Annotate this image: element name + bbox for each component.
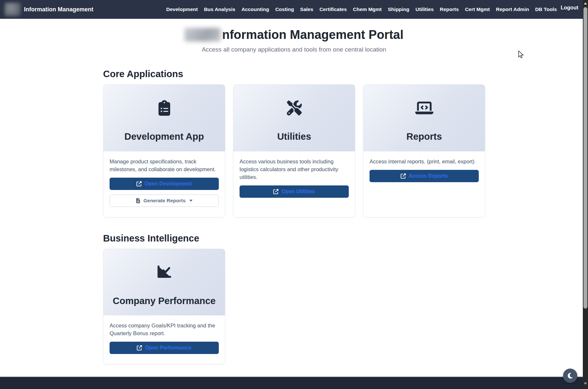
card-utilities: Utilities Access various business tools … xyxy=(233,84,355,218)
nav-item-utilities[interactable]: Utilities xyxy=(416,6,434,12)
nav-item-sales[interactable]: Sales xyxy=(300,6,313,12)
card-development-description: Manage product specifications, track mil… xyxy=(110,158,219,173)
scrollbar-thumb[interactable] xyxy=(583,7,587,309)
access-reports-label: Access Reports xyxy=(409,173,448,179)
nav-item-chem-mgmt[interactable]: Chem Mgmt xyxy=(353,6,382,12)
navbar-links: Development Bus Analysis Accounting Cost… xyxy=(166,6,557,12)
nav-item-certificates[interactable]: Certificates xyxy=(319,6,347,12)
card-reports-header: Reports xyxy=(363,85,485,151)
browser-scrollbar[interactable] xyxy=(583,0,588,389)
nav-item-development[interactable]: Development xyxy=(166,6,198,12)
card-performance-description: Access company Goals/KPI tracking and th… xyxy=(110,322,219,337)
card-utilities-body: Access various business tools including … xyxy=(233,151,355,204)
open-performance-button[interactable]: Open Performance xyxy=(110,342,219,354)
dark-mode-toggle-button[interactable] xyxy=(563,369,577,383)
open-development-button[interactable]: Open Development xyxy=(110,178,219,190)
nav-item-report-admin[interactable]: Report Admin xyxy=(496,6,529,12)
nav-item-db-tools[interactable]: DB Tools xyxy=(535,6,557,12)
card-utilities-description: Access various business tools including … xyxy=(240,158,349,181)
page-footer xyxy=(0,377,588,389)
generate-reports-dropdown-button[interactable]: Generate Reports xyxy=(110,194,219,207)
chart-line-icon xyxy=(157,265,172,280)
open-utilities-label: Open Utilities xyxy=(281,189,315,194)
nav-item-accounting[interactable]: Accounting xyxy=(241,6,269,12)
card-utilities-title: Utilities xyxy=(277,131,311,142)
clipboard-list-icon xyxy=(158,100,171,116)
card-reports: Reports Access internal reports. (print,… xyxy=(363,84,485,218)
card-development-title: Development App xyxy=(124,131,204,142)
nav-item-costing[interactable]: Costing xyxy=(275,6,294,12)
page-subtitle: Access all company applications and tool… xyxy=(0,46,588,53)
external-link-icon xyxy=(401,173,406,179)
external-link-icon xyxy=(273,189,278,194)
external-link-icon xyxy=(136,181,142,186)
top-navbar: Information Management Development Bus A… xyxy=(0,0,588,19)
card-reports-title: Reports xyxy=(406,131,442,142)
card-utilities-header: Utilities xyxy=(233,85,355,151)
nav-item-shipping[interactable]: Shipping xyxy=(388,6,409,12)
card-development-header: Development App xyxy=(103,85,225,151)
card-development-body: Manage product specifications, track mil… xyxy=(103,151,225,213)
screwdriver-wrench-icon xyxy=(287,100,302,116)
navbar-brand[interactable]: Information Management xyxy=(24,6,93,13)
card-company-performance: Company Performance Access company Goals… xyxy=(103,249,225,364)
scrollbar-down-arrow-icon[interactable] xyxy=(584,383,587,385)
core-applications-row: Development App Manage product specifica… xyxy=(103,84,485,218)
laptop-code-icon xyxy=(415,100,433,116)
external-link-icon xyxy=(137,345,142,350)
access-reports-button[interactable]: Access Reports xyxy=(370,170,479,182)
moon-icon xyxy=(567,372,573,379)
nav-item-bus-analysis[interactable]: Bus Analysis xyxy=(204,6,235,12)
file-icon xyxy=(136,198,140,203)
card-performance-header: Company Performance xyxy=(103,249,225,315)
open-utilities-button[interactable]: Open Utilities xyxy=(240,185,349,198)
logout-link[interactable]: Logout xyxy=(561,5,578,11)
chevron-down-icon xyxy=(189,200,193,202)
card-performance-title: Company Performance xyxy=(113,296,216,306)
section-heading-business-intelligence: Business Intelligence xyxy=(103,233,485,244)
card-reports-description: Access internal reports. (print, email, … xyxy=(370,158,479,165)
scrollbar-up-arrow-icon[interactable] xyxy=(584,2,587,5)
company-logo xyxy=(5,3,21,16)
card-performance-body: Access company Goals/KPI tracking and th… xyxy=(103,315,225,360)
page-title: nformation Management Portal xyxy=(0,28,588,41)
section-heading-core-applications: Core Applications xyxy=(103,69,485,79)
generate-reports-label: Generate Reports xyxy=(143,198,185,204)
open-development-label: Open Development xyxy=(145,181,192,187)
nav-item-reports[interactable]: Reports xyxy=(440,6,459,12)
redacted-company-name xyxy=(184,28,221,41)
open-performance-label: Open Performance xyxy=(145,345,191,351)
page-title-text: nformation Management Portal xyxy=(222,28,404,41)
nav-item-cert-mgmt[interactable]: Cert Mgmt xyxy=(465,6,490,12)
card-development-app: Development App Manage product specifica… xyxy=(103,84,225,218)
card-reports-body: Access internal reports. (print, email, … xyxy=(363,151,485,188)
